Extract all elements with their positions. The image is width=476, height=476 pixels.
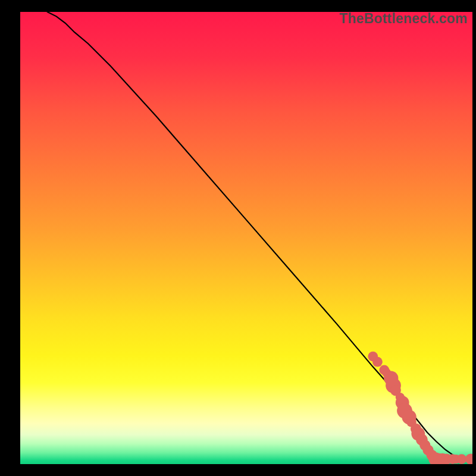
- gradient-background: [20, 12, 472, 464]
- chart-frame: TheBottleneck.com: [20, 12, 472, 464]
- watermark-text: TheBottleneck.com: [339, 11, 468, 27]
